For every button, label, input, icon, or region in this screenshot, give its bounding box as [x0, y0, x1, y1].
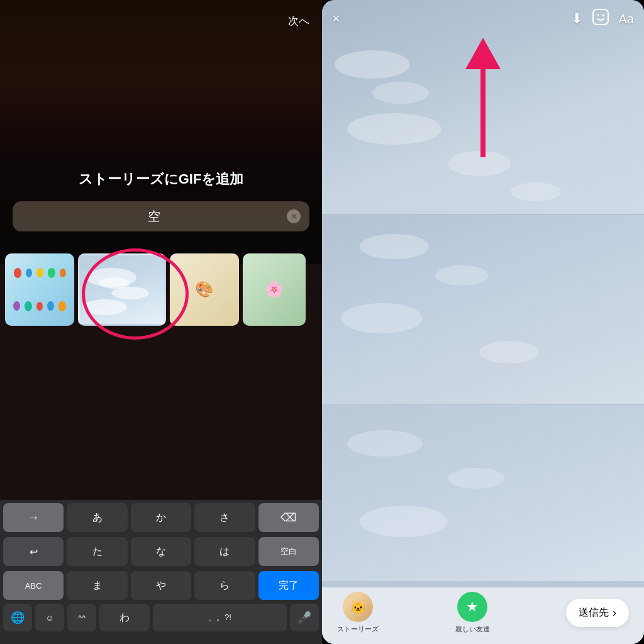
keyboard-row-2: ↩ た な は 空白 [0, 534, 322, 568]
gif-thumb-balloons[interactable] [5, 253, 74, 326]
key-ta[interactable]: た [67, 537, 127, 566]
stories-avatar: 🐱 [343, 592, 373, 622]
close-friends-avatar: ★ [457, 592, 487, 622]
right-panel: × ⬇ Aa 🐱 ストーリーズ ★ 親しい友達 [322, 0, 644, 644]
download-button[interactable]: ⬇ [571, 11, 582, 27]
svg-point-1 [597, 14, 599, 16]
stories-label: ストーリーズ [337, 625, 379, 634]
gif-thumb-sky[interactable] [78, 253, 166, 326]
key-ra[interactable]: ら [194, 571, 255, 600]
key-ka[interactable]: か [131, 503, 191, 532]
gif-thumb-misc1[interactable]: 🎨 [170, 253, 239, 326]
search-input[interactable]: 空 [21, 208, 287, 225]
arrow-shaft [480, 69, 486, 157]
sticker-icon [592, 9, 609, 25]
next-button[interactable]: 次へ [288, 14, 309, 28]
arrow-head [465, 38, 501, 69]
sticker-button[interactable] [592, 9, 609, 29]
annotation-arrow [465, 38, 501, 157]
gif-thumbnail-row: 🎨 🌸 [0, 248, 322, 330]
chevron-right-icon: › [613, 606, 616, 619]
key-ma[interactable]: ま [67, 571, 127, 600]
close-button[interactable]: × [332, 11, 340, 27]
key-abc[interactable]: ABC [3, 571, 64, 600]
sky-image-3 [322, 405, 644, 581]
search-clear-button[interactable]: ✕ [287, 209, 301, 223]
stories-item[interactable]: 🐱 ストーリーズ [337, 592, 379, 634]
close-friends-item[interactable]: ★ 親しい友達 [455, 592, 490, 634]
right-toolbar: × ⬇ Aa [322, 0, 644, 38]
search-bar[interactable]: 空 ✕ [13, 201, 309, 231]
key-ya[interactable]: や [131, 571, 191, 600]
keyboard-row-1: → あ か さ ⌫ [0, 500, 322, 534]
svg-point-2 [602, 14, 604, 16]
key-mic[interactable]: 🎤 [290, 604, 319, 631]
gif-thumb-misc2[interactable]: 🌸 [243, 253, 306, 326]
key-kaomoji[interactable]: ^^ [67, 604, 96, 631]
left-panel: 次へ ストーリーズにGIFを追加 空 ✕ [0, 0, 322, 644]
send-button[interactable]: 送信先 › [566, 599, 629, 627]
key-backspace[interactable]: ⌫ [258, 503, 319, 532]
key-ha[interactable]: は [194, 537, 255, 566]
key-arrow[interactable]: → [3, 503, 64, 532]
key-globe[interactable]: 🌐 [3, 604, 32, 631]
key-sa[interactable]: さ [194, 503, 255, 532]
key-wa[interactable]: わ [99, 604, 150, 631]
key-done[interactable]: 完了 [258, 571, 319, 600]
star-icon: ★ [466, 599, 479, 615]
keyboard-row-4: 🌐 ☺ ^^ わ 、。?! 🎤 [0, 602, 322, 644]
keyboard-row-3: ABC ま や ら 完了 [0, 568, 322, 602]
key-emoji[interactable]: ☺ [35, 604, 64, 631]
gif-title: ストーリーズにGIFを追加 [0, 170, 322, 189]
send-button-label: 送信先 [579, 606, 609, 619]
key-punct[interactable]: 、。?! [153, 604, 287, 631]
close-friends-label: 親しい友達 [455, 625, 490, 634]
keyboard: → あ か さ ⌫ ↩ た な は 空白 ABC ま や ら 完了 🌐 ☺ ^^… [0, 500, 322, 644]
key-return[interactable]: ↩ [3, 537, 64, 566]
sky-image-2 [322, 215, 644, 404]
key-na[interactable]: な [131, 537, 191, 566]
key-space-jp[interactable]: 空白 [258, 537, 319, 566]
text-button[interactable]: Aa [619, 12, 634, 26]
right-bottom-bar: 🐱 ストーリーズ ★ 親しい友達 送信先 › [322, 587, 644, 644]
key-a[interactable]: あ [67, 503, 127, 532]
svg-rect-0 [593, 9, 608, 25]
